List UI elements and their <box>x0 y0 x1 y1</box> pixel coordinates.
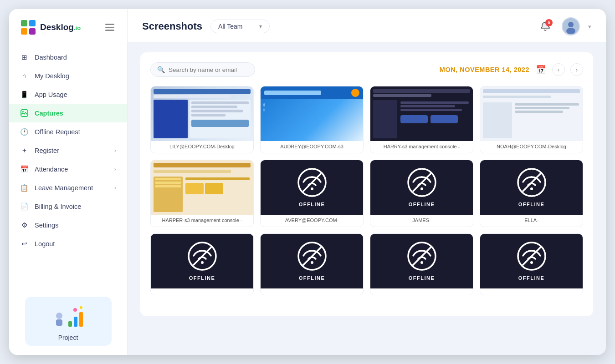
screenshot-thumb-offline-12: OFFLINE <box>480 234 583 288</box>
offline-icon-12: OFFLINE <box>517 242 546 281</box>
sidebar-item-my-desklog[interactable]: ⌂ My Desklog <box>9 66 127 85</box>
screenshot-thumb-offline-10: OFFLINE <box>261 234 363 288</box>
search-box[interactable]: 🔍 <box>150 62 255 77</box>
svg-point-23 <box>201 261 204 264</box>
offline-icon-10: OFFLINE <box>297 242 327 281</box>
notification-button[interactable]: 0 <box>537 18 554 35</box>
chevron-right-icon: › <box>114 166 116 172</box>
sidebar-item-settings[interactable]: ⚙ Settings <box>9 216 127 234</box>
chevron-right-icon: › <box>114 147 116 154</box>
app-container: Desklog.io ⊞ Dashboard ⌂ My Desklog 📱 Ap… <box>9 9 606 355</box>
svg-point-5 <box>22 111 24 112</box>
sidebar-item-attendance[interactable]: 📅 Attendance › <box>9 160 127 178</box>
screenshot-caption: AUDREY@EOOPY.COM-s3 <box>261 141 363 153</box>
screenshot-thumb-harper <box>151 160 253 215</box>
calendar-button[interactable]: 📅 <box>535 64 547 76</box>
sidebar-logo: Desklog.io <box>9 9 127 44</box>
svg-rect-8 <box>68 321 72 327</box>
prev-date-button[interactable]: ‹ <box>552 63 565 76</box>
page-title: Screenshots <box>142 20 202 32</box>
screenshot-caption: HARPER-s3 management console - <box>151 215 253 227</box>
plus-icon: ＋ <box>20 146 29 155</box>
date-text: MON, NOVEMBER 14, 2022 <box>440 66 529 73</box>
sidebar-item-label: My Desklog <box>35 72 69 80</box>
next-date-button[interactable]: › <box>570 63 583 76</box>
calendar-icon: 📅 <box>20 165 29 173</box>
topbar: Screenshots All Team ▾ 0 <box>128 9 606 42</box>
screenshot-thumb-avery: OFFLINE <box>261 160 363 215</box>
sidebar-item-label: Captures <box>35 110 63 117</box>
sidebar-item-label: Logout <box>35 240 55 248</box>
offline-label: OFFLINE <box>299 275 325 281</box>
grid-icon: ⊞ <box>20 53 29 61</box>
svg-rect-3 <box>29 28 36 35</box>
search-input[interactable] <box>169 66 241 73</box>
sidebar: Desklog.io ⊞ Dashboard ⌂ My Desklog 📱 Ap… <box>9 9 128 355</box>
user-avatar[interactable] <box>562 17 580 35</box>
phone-icon: 📱 <box>20 90 29 99</box>
sidebar-toggle-button[interactable] <box>103 22 116 33</box>
fake-screen-noah <box>480 86 583 141</box>
svg-point-27 <box>420 261 423 264</box>
screenshot-card-audrey[interactable]: AUDREY@EOOPY.COM-s3 <box>260 86 364 153</box>
offline-label: OFFLINE <box>518 275 545 281</box>
sidebar-item-dashboard[interactable]: ⊞ Dashboard <box>9 48 127 66</box>
svg-point-14 <box>568 22 574 27</box>
svg-rect-10 <box>79 312 83 327</box>
offline-label: OFFLINE <box>518 202 545 207</box>
screenshot-caption: LILY@EOOPY.COM-Desklog <box>151 141 253 153</box>
sidebar-item-logout[interactable]: ↩ Logout <box>9 234 127 253</box>
screenshot-card-harry[interactable]: HARRY-s3 management console - <box>370 86 473 153</box>
sidebar-item-captures[interactable]: Captures <box>9 104 127 122</box>
svg-point-12 <box>80 306 82 309</box>
screenshot-thumb-offline-11: OFFLINE <box>370 234 473 288</box>
sidebar-item-label: Settings <box>35 222 58 229</box>
screenshot-caption <box>370 288 473 295</box>
sidebar-item-billing-invoice[interactable]: 📄 Billing & Invoice <box>9 197 127 216</box>
svg-point-29 <box>530 261 533 264</box>
screenshot-caption: NOAH@EOOPY.COM-Desklog <box>480 141 583 153</box>
logo-text: Desklog.io <box>40 22 81 32</box>
sidebar-item-register[interactable]: ＋ Register › <box>9 141 127 160</box>
sidebar-item-leave-management[interactable]: 📋 Leave Management › <box>9 178 127 197</box>
gear-icon: ⚙ <box>20 221 29 229</box>
topbar-right: 0 ▾ <box>537 17 591 35</box>
screenshot-card-ella[interactable]: OFFLINE ELLA- <box>480 160 583 227</box>
screenshot-card-harper[interactable]: HARPER-s3 management console - <box>150 160 254 227</box>
sidebar-item-offline-request[interactable]: 🕐 Offline Request <box>9 122 127 141</box>
svg-rect-2 <box>21 28 27 35</box>
screenshot-card-noah[interactable]: NOAH@EOOPY.COM-Desklog <box>480 86 583 153</box>
screenshot-card-offline-10[interactable]: OFFLINE <box>260 233 364 295</box>
svg-rect-0 <box>21 20 27 26</box>
screenshot-caption <box>151 288 253 295</box>
fake-screen-audrey <box>261 86 363 141</box>
screenshot-thumb-lily <box>151 86 253 141</box>
screenshot-card-offline-12[interactable]: OFFLINE <box>480 233 583 295</box>
user-menu-chevron[interactable]: ▾ <box>588 23 591 30</box>
fake-screen-harry <box>370 86 473 141</box>
screenshot-thumb-noah <box>480 86 583 141</box>
project-illustration <box>50 303 87 330</box>
offline-icon-avery: OFFLINE <box>297 168 327 207</box>
home-icon: ⌂ <box>20 71 29 80</box>
screenshot-card-lily[interactable]: LILY@EOOPY.COM-Desklog <box>150 86 254 153</box>
file-icon: 📄 <box>20 202 29 211</box>
screenshot-card-avery[interactable]: OFFLINE AVERY@EOOPY.COM- <box>260 160 364 227</box>
screenshot-card-offline-11[interactable]: OFFLINE <box>370 233 473 295</box>
sidebar-item-label: Billing & Invoice <box>35 203 81 210</box>
screenshot-card-james[interactable]: OFFLINE JAMES- <box>370 160 473 227</box>
project-card[interactable]: Project <box>25 297 112 346</box>
screenshot-card-offline-9[interactable]: OFFLINE <box>150 233 254 295</box>
fake-screen-lily <box>151 86 253 141</box>
clock-icon: 🕐 <box>20 127 29 136</box>
fake-screen-harper <box>151 160 253 215</box>
sidebar-item-app-usage[interactable]: 📱 App Usage <box>9 85 127 104</box>
team-dropdown-label: All Team <box>218 23 242 30</box>
offline-label: OFFLINE <box>189 275 215 281</box>
logo-icon <box>20 19 36 35</box>
image-icon <box>20 109 29 117</box>
briefcase-icon: 📋 <box>20 183 29 192</box>
offline-label: OFFLINE <box>299 202 325 207</box>
team-dropdown[interactable]: All Team ▾ <box>210 20 270 33</box>
sidebar-item-label: Leave Management <box>35 184 93 192</box>
